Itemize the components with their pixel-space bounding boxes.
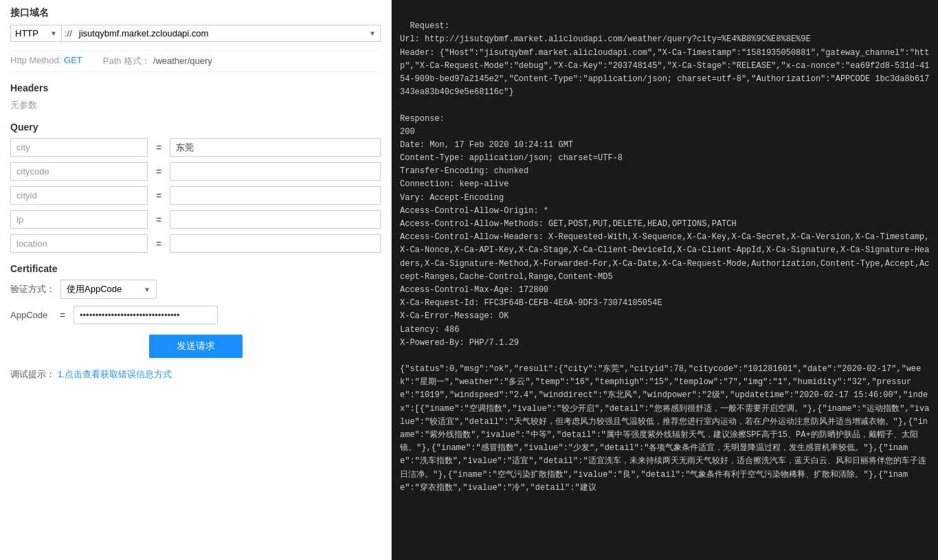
query-title: Query bbox=[10, 122, 381, 133]
query-param-value-location[interactable] bbox=[170, 234, 381, 253]
headers-title: Headers bbox=[10, 82, 381, 93]
query-param-row: = bbox=[10, 186, 381, 205]
query-param-row: = bbox=[10, 162, 381, 181]
domain-text: jisutqybmf.market.zcloudapi.com bbox=[79, 28, 209, 38]
auth-method-select[interactable]: 使用AppCode ▼ bbox=[60, 280, 157, 299]
path-label: Path 格式： bbox=[103, 56, 150, 66]
param-equals-sign: = bbox=[153, 190, 164, 201]
param-equals-sign: = bbox=[153, 166, 164, 177]
param-equals-sign: = bbox=[153, 142, 164, 153]
appcode-label: AppCode bbox=[10, 310, 52, 320]
path-section: Path 格式： /weather/query bbox=[103, 55, 212, 67]
query-param-value-ip[interactable] bbox=[170, 210, 381, 229]
right-panel: Request: Url: http://jisutqybmf.market.a… bbox=[392, 0, 938, 560]
interface-domain-title: 接口域名 bbox=[10, 7, 381, 19]
query-param-row: = bbox=[10, 210, 381, 229]
query-param-row: = bbox=[10, 138, 381, 157]
query-param-name-ip[interactable] bbox=[10, 210, 148, 229]
auth-method-value: 使用AppCode bbox=[67, 283, 122, 295]
query-param-value-cityid[interactable] bbox=[170, 186, 381, 205]
no-params-label: 无参数 bbox=[10, 99, 381, 111]
url-separator: :// bbox=[62, 25, 75, 42]
protocol-value: HTTP bbox=[15, 28, 38, 38]
query-param-value-citycode[interactable] bbox=[170, 162, 381, 181]
query-param-row: = bbox=[10, 234, 381, 253]
certificate-title: Certificate bbox=[10, 263, 381, 274]
query-param-name-city[interactable] bbox=[10, 138, 148, 157]
response-content: Request: Url: http://jisutqybmf.market.a… bbox=[400, 21, 930, 493]
param-equals-sign: = bbox=[153, 214, 164, 225]
domain-display: jisutqybmf.market.zcloudapi.com ▼ bbox=[75, 25, 381, 42]
query-param-name-cityid[interactable] bbox=[10, 186, 148, 205]
auth-chevron-icon: ▼ bbox=[144, 286, 150, 293]
query-section: Query ===== bbox=[10, 122, 381, 253]
protocol-chevron-icon: ▼ bbox=[50, 30, 57, 37]
method-section: Http Method: GET bbox=[10, 55, 82, 67]
certificate-section: Certificate 验证方式： 使用AppCode ▼ AppCode = bbox=[10, 263, 381, 324]
query-param-value-city[interactable] bbox=[170, 138, 381, 157]
path-value: /weather/query bbox=[153, 56, 212, 66]
domain-chevron-icon: ▼ bbox=[369, 30, 376, 37]
query-param-name-citycode[interactable] bbox=[10, 162, 148, 181]
method-label: Http Method: bbox=[10, 55, 61, 65]
debug-link[interactable]: 1.点击查看获取错误信息方式 bbox=[58, 369, 172, 379]
auth-method-label: 验证方式： bbox=[10, 283, 55, 295]
appcode-eq: = bbox=[57, 310, 68, 321]
method-value: GET bbox=[64, 55, 82, 65]
protocol-select[interactable]: HTTP ▼ bbox=[10, 25, 62, 42]
param-equals-sign: = bbox=[153, 238, 164, 249]
query-params-container: ===== bbox=[10, 138, 381, 253]
appcode-row: AppCode = bbox=[10, 306, 381, 324]
headers-section: Headers 无参数 bbox=[10, 82, 381, 111]
auth-method-row: 验证方式： 使用AppCode ▼ bbox=[10, 280, 381, 299]
query-param-name-location[interactable] bbox=[10, 234, 148, 253]
debug-hint-label: 调试提示： bbox=[10, 369, 55, 379]
left-panel: 接口域名 HTTP ▼ :// jisutqybmf.market.zcloud… bbox=[0, 0, 392, 560]
interface-domain-row: HTTP ▼ :// jisutqybmf.market.zcloudapi.c… bbox=[10, 25, 381, 42]
method-path-row: Http Method: GET Path 格式： /weather/query bbox=[10, 50, 381, 72]
appcode-input[interactable] bbox=[74, 306, 218, 324]
send-request-button[interactable]: 发送请求 bbox=[149, 335, 243, 358]
debug-section: 调试提示： 1.点击查看获取错误信息方式 bbox=[10, 368, 381, 381]
